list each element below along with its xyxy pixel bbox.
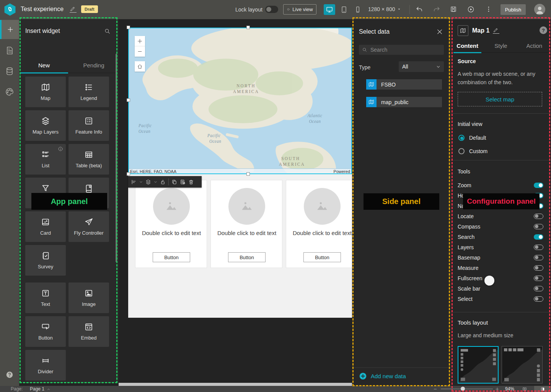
undo-button[interactable] bbox=[416, 6, 423, 13]
chevron-up-icon[interactable] bbox=[47, 387, 51, 391]
rename-experience-icon[interactable] bbox=[70, 6, 77, 13]
fullscreen-toggle[interactable] bbox=[534, 276, 543, 281]
panel-visibility-button[interactable] bbox=[534, 386, 551, 392]
compass-toggle[interactable] bbox=[534, 224, 543, 229]
rename-widget-icon[interactable] bbox=[493, 27, 499, 34]
basemap-toggle[interactable] bbox=[534, 255, 543, 260]
resize-handle-middle-left[interactable] bbox=[127, 98, 130, 102]
remove-data-icon[interactable] bbox=[180, 179, 186, 185]
data-search-input[interactable] bbox=[370, 47, 432, 53]
layers-toggle[interactable] bbox=[534, 245, 543, 250]
unlock-icon[interactable] bbox=[160, 179, 166, 185]
tab-style[interactable]: Style bbox=[484, 41, 517, 52]
chevron-down-icon[interactable] bbox=[154, 180, 157, 184]
measure-toggle[interactable] bbox=[534, 265, 543, 271]
app-logo-icon[interactable] bbox=[4, 3, 16, 16]
chevron-down-icon[interactable] bbox=[139, 180, 143, 184]
select-toggle[interactable] bbox=[534, 296, 543, 302]
desktop-view-button[interactable] bbox=[324, 4, 335, 15]
tab-action[interactable]: Action bbox=[518, 41, 551, 52]
image-placeholder[interactable] bbox=[153, 188, 190, 225]
lock-layout-toggle[interactable] bbox=[265, 6, 278, 13]
widget-tile-map[interactable]: Map bbox=[25, 77, 66, 107]
save-button[interactable] bbox=[450, 6, 458, 13]
zoom-slider-knob[interactable] bbox=[461, 387, 465, 391]
card-editable-text[interactable]: Double click to edit text bbox=[290, 229, 352, 237]
panel-scrollbar[interactable] bbox=[116, 54, 117, 262]
card-button[interactable]: Button bbox=[228, 252, 266, 262]
resize-handle-bottom-center[interactable] bbox=[246, 172, 250, 176]
zoom-in-canvas-icon[interactable] bbox=[495, 387, 499, 391]
resolution-dropdown[interactable]: 1280 × 800 bbox=[368, 6, 401, 12]
theme-rail-button[interactable] bbox=[5, 87, 14, 96]
initial-view-custom-option[interactable]: Custom bbox=[458, 148, 487, 154]
data-rail-button[interactable] bbox=[5, 67, 14, 76]
image-placeholder[interactable] bbox=[304, 188, 341, 225]
map-widget[interactable]: NORTH AMERICA Atlantic Ocean Pacific Oce… bbox=[128, 28, 352, 174]
data-item-fsbo[interactable]: FSBO bbox=[366, 79, 442, 90]
widget-tile-map-layers[interactable]: Map Layers bbox=[25, 110, 66, 141]
widget-tile-fly-controller[interactable]: Fly Controller bbox=[68, 211, 109, 242]
widget-tile-survey[interactable]: Survey bbox=[25, 245, 66, 276]
publish-button[interactable]: Publish bbox=[500, 4, 526, 15]
widget-tile-text[interactable]: Text bbox=[25, 283, 66, 313]
align-icon[interactable] bbox=[131, 179, 137, 185]
info-icon[interactable] bbox=[58, 146, 63, 152]
resize-handle-top-center[interactable] bbox=[246, 26, 250, 29]
page-selector[interactable]: Page 1 bbox=[30, 386, 44, 392]
resize-handle-bottom-left[interactable] bbox=[127, 172, 130, 176]
phone-view-button[interactable] bbox=[352, 4, 364, 15]
initial-view-default-option[interactable]: Default bbox=[458, 135, 486, 141]
tab-pending[interactable]: Pending bbox=[69, 57, 119, 73]
card-widget[interactable]: Double click to edit textButton bbox=[286, 180, 352, 268]
widget-tile-button[interactable]: Button bbox=[25, 316, 66, 347]
image-placeholder[interactable] bbox=[228, 188, 265, 225]
widget-tile-feature-info[interactable]: Feature Info bbox=[68, 110, 109, 141]
select-map-button[interactable]: Select map bbox=[458, 92, 542, 106]
help-button[interactable] bbox=[5, 371, 14, 379]
card-widget[interactable]: Double click to edit textButton bbox=[210, 180, 282, 268]
canvas-zoom-slider[interactable] bbox=[441, 389, 493, 389]
live-view-button[interactable]: Live view bbox=[283, 4, 316, 15]
widget-search-button[interactable] bbox=[104, 28, 111, 34]
type-dropdown[interactable]: All bbox=[399, 61, 444, 72]
widget-help-button[interactable]: ? bbox=[540, 26, 547, 34]
widget-tile-card[interactable]: Card bbox=[25, 211, 66, 242]
resize-handle-top-left[interactable] bbox=[127, 26, 130, 29]
widget-tile-divider[interactable]: Divider bbox=[25, 350, 66, 381]
canvas-horizontal-scrollbar[interactable] bbox=[119, 383, 352, 386]
map-zoom-in-button[interactable] bbox=[135, 36, 145, 46]
scale-bar-toggle[interactable] bbox=[534, 286, 543, 291]
card-button[interactable]: Button bbox=[153, 252, 190, 262]
card-editable-text[interactable]: Double click to edit text bbox=[215, 229, 279, 237]
widget-tile-table-beta[interactable]: Table (beta) bbox=[68, 144, 109, 175]
card-editable-text[interactable]: Double click to edit text bbox=[139, 229, 204, 237]
locate-toggle[interactable] bbox=[534, 214, 543, 219]
tools-layout-option-2[interactable] bbox=[502, 346, 543, 384]
search-toggle[interactable] bbox=[534, 234, 543, 240]
zoom-out-canvas-icon[interactable] bbox=[433, 387, 437, 391]
tab-new[interactable]: New bbox=[19, 57, 69, 73]
tools-layout-option-1[interactable] bbox=[458, 346, 499, 384]
tablet-view-button[interactable] bbox=[338, 4, 350, 15]
widget-tile-image[interactable]: Image bbox=[68, 283, 109, 313]
zoom-toggle[interactable] bbox=[534, 183, 543, 188]
duplicate-icon[interactable] bbox=[171, 179, 177, 185]
preview-button[interactable] bbox=[467, 6, 475, 13]
insert-widget-rail-button[interactable] bbox=[0, 20, 19, 39]
data-item-map_public[interactable]: map_public bbox=[366, 97, 442, 107]
widget-tile-embed[interactable]: Embed bbox=[68, 316, 109, 347]
delete-icon[interactable] bbox=[188, 179, 194, 185]
add-new-data-button[interactable]: Add new data bbox=[359, 372, 406, 380]
map-home-button[interactable] bbox=[135, 61, 145, 72]
widget-tile-list[interactable]: List bbox=[25, 144, 66, 175]
card-widget[interactable]: Double click to edit textButton bbox=[135, 180, 207, 268]
close-panel-button[interactable] bbox=[436, 28, 443, 35]
order-layers-icon[interactable] bbox=[145, 179, 151, 185]
card-button[interactable]: Button bbox=[303, 252, 341, 262]
redo-button[interactable] bbox=[433, 6, 440, 13]
user-avatar[interactable] bbox=[534, 4, 545, 15]
widget-tile-legend[interactable]: Legend bbox=[68, 77, 109, 107]
map-zoom-out-button[interactable] bbox=[135, 46, 145, 57]
tab-content[interactable]: Content bbox=[451, 41, 484, 52]
